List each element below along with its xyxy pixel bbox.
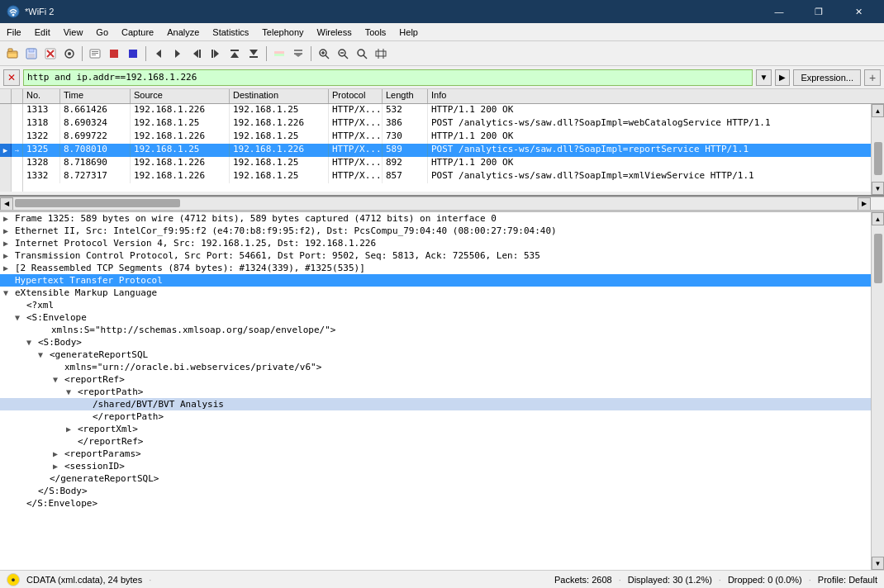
menu-edit[interactable]: Edit <box>28 23 57 40</box>
autoscroll-button[interactable] <box>289 45 307 63</box>
stop-button[interactable] <box>105 45 123 63</box>
menu-help[interactable]: Help <box>392 23 425 40</box>
expand-icon-generate: ▼ <box>38 350 50 359</box>
table-row[interactable]: 1328 8.718690 192.168.1.226 192.168.1.25… <box>0 157 871 170</box>
expand-icon-reportparams: ▶ <box>53 449 64 458</box>
detail-line-ip[interactable]: ▶ Internet Protocol Version 4, Src: 192.… <box>0 237 871 249</box>
menu-go[interactable]: Go <box>89 23 115 40</box>
menu-wireless[interactable]: Wireless <box>311 23 359 40</box>
detail-line-generate-close[interactable]: </generateReportSQL> <box>0 472 871 485</box>
svg-marker-18 <box>156 50 161 58</box>
resize-columns-button[interactable] <box>372 45 390 63</box>
svg-point-11 <box>68 52 71 55</box>
capture-options-button[interactable] <box>86 45 104 63</box>
detail-line-ethernet[interactable]: ▶ Ethernet II, Src: IntelCor_f9:95:f2 (e… <box>0 225 871 237</box>
menu-capture[interactable]: Capture <box>115 23 160 40</box>
svg-rect-17 <box>129 50 137 58</box>
col-header-time[interactable]: Time <box>60 89 131 103</box>
svg-marker-27 <box>250 50 258 55</box>
filter-plus-button[interactable]: + <box>864 69 881 86</box>
detail-text-ethernet: Ethernet II, Src: IntelCor_f9:95:f2 (e4:… <box>15 225 557 236</box>
col-header-destination[interactable]: Destination <box>230 89 329 103</box>
detail-line-reportpath[interactable]: ▼ <reportPath> <box>0 386 871 398</box>
detail-line-tcp[interactable]: ▶ Transmission Control Protocol, Src Por… <box>0 249 871 262</box>
detail-line-envelope-close[interactable]: </S:Envelope> <box>0 497 871 510</box>
menu-statistics[interactable]: Statistics <box>206 23 255 40</box>
filter-expression-button[interactable]: Expression... <box>793 69 861 86</box>
detail-line-reportref[interactable]: ▼ <reportRef> <box>0 373 871 386</box>
detail-text-body-close: </S:Body> <box>38 486 88 496</box>
detail-section: ▶ Frame 1325: 589 bytes on wire (4712 bi… <box>0 212 884 570</box>
close-capture-button[interactable] <box>41 45 59 63</box>
table-row[interactable] <box>0 183 871 192</box>
forward-button[interactable] <box>169 45 187 63</box>
detail-pane: ▶ Frame 1325: 589 bytes on wire (4712 bi… <box>0 212 871 570</box>
table-row[interactable]: 1322 8.699722 192.168.1.226 192.168.1.25… <box>0 130 871 144</box>
detail-line-sessionid[interactable]: ▶ <sessionID> <box>0 460 871 472</box>
reload-button[interactable] <box>60 45 78 63</box>
filter-arrow-button[interactable]: ▼ <box>756 69 772 86</box>
filter-apply-button[interactable]: ▶ <box>775 69 790 86</box>
zoom-out-button[interactable] <box>334 45 352 63</box>
svg-rect-5 <box>29 49 34 52</box>
col-header-protocol[interactable]: Protocol <box>329 89 383 103</box>
save-button[interactable] <box>22 45 40 63</box>
svg-rect-21 <box>199 50 201 58</box>
detail-line-http[interactable]: Hypertext Transfer Protocol <box>0 274 871 287</box>
detail-line-bvt[interactable]: /shared/BVT/BVT Analysis <box>0 398 871 410</box>
main-content: No. Time Source Destination Protocol Len… <box>0 89 884 570</box>
restart-button[interactable] <box>124 45 142 63</box>
close-button[interactable]: ✕ <box>839 0 877 23</box>
detail-line-reportref-close[interactable]: </reportRef> <box>0 435 871 448</box>
table-row[interactable]: 1313 8.661426 192.168.1.226 192.168.1.25… <box>0 104 871 117</box>
menu-tools[interactable]: Tools <box>359 23 393 40</box>
zoom-normal-button[interactable] <box>353 45 371 63</box>
packet-list-hscrollbar[interactable]: ◀ ▶ <box>0 197 884 210</box>
col-header-info[interactable]: Info <box>428 89 884 103</box>
detail-pane-scrollbar[interactable]: ▲ ▼ <box>871 212 884 570</box>
svg-line-36 <box>326 55 329 59</box>
prev-button[interactable] <box>188 45 206 63</box>
filter-input[interactable] <box>23 69 753 86</box>
detail-line-body-close[interactable]: </S:Body> <box>0 485 871 497</box>
detail-line-reportparams[interactable]: ▶ <reportParams> <box>0 448 871 460</box>
detail-text-reportparams: <reportParams> <box>64 448 141 459</box>
open-button[interactable] <box>3 45 21 63</box>
zoom-in-button[interactable] <box>315 45 333 63</box>
detail-line-xmlns[interactable]: xmlns:S="http://schemas.xmlsoap.org/soap… <box>0 324 871 336</box>
packet-list-scrollbar[interactable]: ▲ ▼ <box>871 104 884 195</box>
detail-text-xml: eXtensible Markup Language <box>15 287 157 298</box>
minimize-button[interactable]: — <box>760 0 798 23</box>
next-button[interactable] <box>207 45 225 63</box>
back-button[interactable] <box>150 45 168 63</box>
menu-analyze[interactable]: Analyze <box>160 23 206 40</box>
maximize-button[interactable]: ❐ <box>800 0 838 23</box>
menu-file[interactable]: File <box>0 23 28 40</box>
expand-icon-xml: ▼ <box>3 288 15 297</box>
svg-rect-13 <box>92 51 98 52</box>
colorize-button[interactable] <box>270 45 288 63</box>
detail-line-xmlnsval[interactable]: xmlns="urn://oracle.bi.webservices/priva… <box>0 361 871 373</box>
detail-line-body[interactable]: ▼ <S:Body> <box>0 336 871 349</box>
goto-top-button[interactable] <box>226 45 244 63</box>
detail-line-reassembled[interactable]: ▶ [2 Reassembled TCP Segments (874 bytes… <box>0 262 871 274</box>
expand-icon-ethernet: ▶ <box>3 226 15 235</box>
col-header-length[interactable]: Length <box>383 89 428 103</box>
filter-clear-button[interactable]: ✕ <box>3 69 20 86</box>
detail-line-reportpath-close[interactable]: </reportPath> <box>0 410 871 423</box>
menu-view[interactable]: View <box>57 23 90 40</box>
table-row[interactable]: 1332 8.727317 192.168.1.226 192.168.1.25… <box>0 170 871 183</box>
col-header-source[interactable]: Source <box>131 89 230 103</box>
table-row-selected[interactable]: ▶ → 1325 8.708010 192.168.1.25 192.168.1… <box>0 144 871 157</box>
col-header-no[interactable]: No. <box>23 89 60 103</box>
goto-bottom-button[interactable] <box>245 45 263 63</box>
detail-line-generate[interactable]: ▼ <generateReportSQL <box>0 349 871 361</box>
menu-telephony[interactable]: Telephony <box>255 23 310 40</box>
detail-line-frame[interactable]: ▶ Frame 1325: 589 bytes on wire (4712 bi… <box>0 212 871 225</box>
detail-line-envelope[interactable]: ▼ <S:Envelope <box>0 311 871 324</box>
table-row[interactable]: 1318 8.690324 192.168.1.25 192.168.1.226… <box>0 117 871 130</box>
detail-line-reportxml[interactable]: ▶ <reportXml> <box>0 423 871 435</box>
detail-line-xmldecl[interactable]: <?xml <box>0 299 871 311</box>
detail-line-xml[interactable]: ▼ eXtensible Markup Language <box>0 287 871 299</box>
status-displayed: Displayed: 30 (1.2%) <box>628 575 712 585</box>
